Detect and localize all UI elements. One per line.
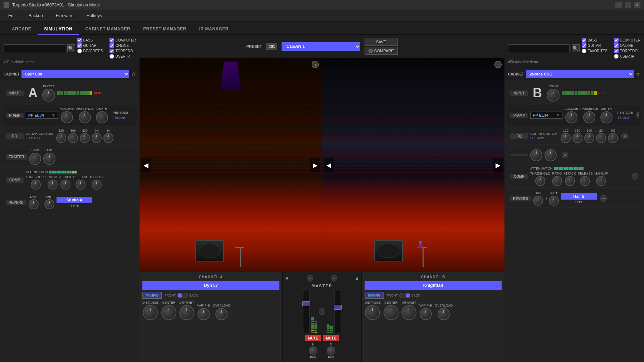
filter-guitar[interactable]: GUITAR: [77, 43, 104, 48]
right-search-button[interactable]: 🔍: [572, 44, 580, 52]
filter-guitar-r-check[interactable]: [582, 43, 586, 48]
overload-b-knob[interactable]: [438, 308, 450, 320]
depth-b-knob[interactable]: [600, 111, 613, 123]
filter-favorites-radio[interactable]: [77, 49, 82, 53]
depth-a-knob[interactable]: [96, 111, 108, 123]
tab-cabinet-manager[interactable]: CABINET MANAGER: [79, 24, 137, 35]
filter-torpedo[interactable]: TORPEDO: [109, 49, 136, 53]
center-b-knob[interactable]: [384, 305, 399, 320]
master-link-btn2[interactable]: ∞: [331, 275, 337, 282]
eq2k-a-knob[interactable]: [92, 133, 102, 143]
filter-user-ir-r[interactable]: USER IR: [614, 54, 640, 59]
menu-edit[interactable]: Edit: [5, 12, 19, 20]
stage-nav-left-a[interactable]: ◀: [141, 158, 151, 172]
maximize-button[interactable]: □: [625, 2, 631, 8]
preset-select[interactable]: CLEAN 1: [282, 42, 360, 51]
makeup-a-knob[interactable]: [92, 180, 102, 190]
eq-custom-btn[interactable]: CUSTOM: [39, 132, 53, 136]
eq-guitar-btn[interactable]: GUITAR: [26, 132, 38, 136]
variphi-b-knob[interactable]: [420, 308, 432, 320]
tab-ir-manager[interactable]: IR MANAGER: [193, 24, 235, 35]
volume-a-knob[interactable]: [61, 111, 73, 123]
pan-a-knob[interactable]: [309, 346, 317, 355]
threshold-b-knob[interactable]: [535, 176, 545, 186]
eq-link-btn[interactable]: ∞: [621, 133, 628, 139]
drywet-a-knob[interactable]: [179, 305, 194, 320]
triode-b-btn[interactable]: TRIODE: [618, 116, 633, 120]
tab-simulation[interactable]: SIMULATION: [38, 24, 79, 35]
eq-b-lo-btn[interactable]: LO: [530, 136, 535, 140]
filter-online-check[interactable]: [109, 43, 114, 48]
reverb-wet-a-knob[interactable]: [44, 199, 54, 209]
filter-user-ir[interactable]: USER IR: [109, 54, 136, 59]
filter-user-ir-radio[interactable]: [109, 54, 114, 59]
presence-b-knob[interactable]: [583, 111, 595, 123]
left-cabinet-select[interactable]: Calif C90: [21, 70, 129, 78]
low-b-knob[interactable]: [530, 149, 542, 161]
left-search-button[interactable]: 🔍: [67, 44, 75, 52]
filter-torpedo-r[interactable]: TORPEDO: [614, 49, 640, 53]
variphi-a-knob[interactable]: [197, 308, 210, 320]
info-btn-b[interactable]: i: [494, 61, 502, 68]
eq360-a-knob[interactable]: [68, 133, 78, 143]
volume-b-knob[interactable]: [565, 111, 577, 123]
attack-a-knob[interactable]: [60, 180, 70, 190]
menu-backup[interactable]: Backup: [26, 12, 46, 20]
filter-computer-check[interactable]: [109, 38, 114, 43]
minimize-button[interactable]: ─: [615, 2, 622, 8]
boost-a-knob[interactable]: [42, 89, 55, 102]
filter-favorites[interactable]: FAVORITES: [77, 49, 104, 53]
comp-link-btn[interactable]: ∞: [632, 173, 638, 180]
eq120-a-knob[interactable]: [56, 133, 66, 143]
filter-user-ir-r-radio[interactable]: [614, 54, 619, 59]
front-back-b-track[interactable]: [399, 293, 410, 298]
eq800-b-knob[interactable]: [584, 133, 594, 143]
stage-nav-right-b[interactable]: ▶: [493, 158, 503, 172]
eq360-b-knob[interactable]: [572, 133, 582, 143]
eq-lo-btn[interactable]: LO: [26, 136, 30, 140]
high-b-knob[interactable]: [545, 149, 557, 161]
presence-a-knob[interactable]: [79, 111, 91, 123]
channel-b-mic-btn[interactable]: Knightfall: [365, 281, 502, 290]
distance-a-knob[interactable]: [143, 305, 158, 320]
filter-online-r[interactable]: ONLINE: [614, 43, 640, 48]
tab-arcade[interactable]: ARCADE: [5, 24, 38, 35]
ratio-b-knob[interactable]: [552, 176, 562, 186]
filter-online[interactable]: ONLINE: [109, 43, 136, 48]
boost-b-knob[interactable]: [547, 89, 560, 102]
eq-b-custom-btn[interactable]: CUSTOM: [543, 132, 557, 136]
pamp-a-display[interactable]: PP EL34 ▼: [26, 112, 58, 119]
high-a-knob[interactable]: [43, 153, 55, 165]
stage-nav-left-b[interactable]: ◀: [324, 158, 334, 172]
reverb-b-select[interactable]: Hall B: [561, 193, 597, 200]
pentode-a-btn[interactable]: PENTODE: [113, 111, 128, 115]
filter-guitar-r[interactable]: GUITAR: [582, 43, 608, 48]
low-a-knob[interactable]: [29, 153, 41, 165]
filter-online-r-check[interactable]: [614, 43, 619, 48]
fader-a-track[interactable]: [303, 290, 309, 333]
filter-computer-r-check[interactable]: [614, 38, 619, 43]
eq-bass-btn[interactable]: BASS: [31, 136, 40, 140]
save-button[interactable]: SAVE: [365, 38, 398, 46]
pentode-b-btn[interactable]: PENTODE: [618, 111, 633, 115]
filter-bass-r-check[interactable]: [582, 38, 586, 43]
info-btn-a[interactable]: i: [312, 61, 319, 68]
reverb-dry-a-knob[interactable]: [29, 199, 39, 209]
close-button[interactable]: ✕: [634, 2, 640, 8]
triode-a-btn[interactable]: TRIODE: [113, 116, 128, 120]
eq6k-a-knob[interactable]: [103, 133, 113, 143]
attack-b-knob[interactable]: [565, 176, 575, 186]
makeup-b-knob[interactable]: [596, 176, 606, 186]
menu-hotkeys[interactable]: Hotkeys: [84, 12, 105, 20]
stage-nav-right-a[interactable]: ▶: [310, 158, 320, 172]
right-cabinet-select[interactable]: 2Notes CSG: [526, 70, 634, 78]
filter-torpedo-check[interactable]: [109, 49, 114, 53]
filter-computer-r[interactable]: COMPUTER: [614, 38, 640, 43]
compare-button[interactable]: COMPARE: [365, 47, 398, 55]
reverb-a-select[interactable]: Studio A: [57, 197, 92, 203]
filter-bass[interactable]: BASS: [77, 38, 104, 43]
reverb-wet-b-knob[interactable]: [549, 196, 559, 206]
pamp-link-btn[interactable]: ∞: [636, 112, 639, 118]
fader-a-handle[interactable]: [302, 301, 310, 306]
release-a-knob[interactable]: [75, 180, 86, 190]
